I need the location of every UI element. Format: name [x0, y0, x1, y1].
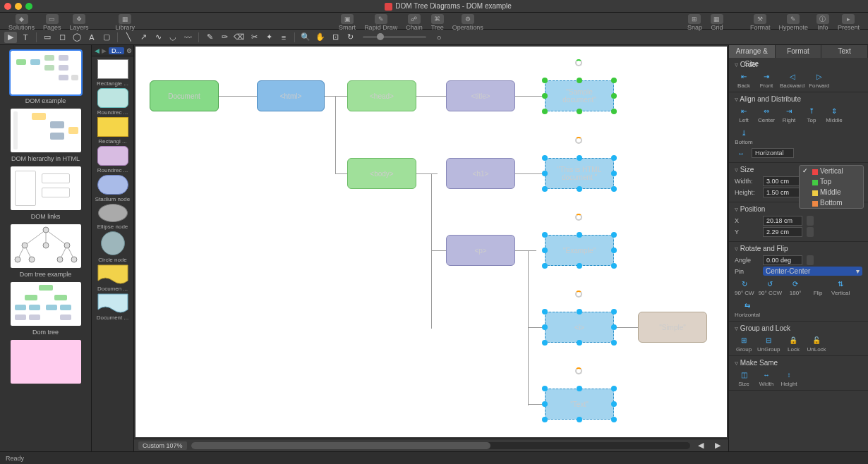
btn-back[interactable]: ⇤Back — [735, 71, 753, 89]
tb-pages[interactable]: ▭Pages — [40, 13, 64, 31]
btn-unlock[interactable]: 🔓UnLock — [807, 335, 826, 353]
btn-lock[interactable]: 🔒Lock — [784, 335, 802, 353]
btn-flip-v[interactable]: ⇅Vertical — [831, 279, 850, 296]
height-input[interactable]: 1.50 cm — [763, 188, 802, 197]
tb-chain[interactable]: ☍Chain — [403, 13, 426, 31]
tb-snap[interactable]: ⊞Snap — [685, 13, 705, 31]
lib-breadcrumb[interactable]: D... — [109, 47, 124, 54]
lib-item-2[interactable]: Rectangl ... — [95, 117, 131, 145]
btn-group[interactable]: ⊞Group — [735, 335, 753, 353]
dd-top[interactable]: Top — [800, 176, 863, 187]
lib-item-3[interactable]: Roundrec ... — [95, 146, 131, 173]
btn-same-width[interactable]: ↔Width — [757, 370, 776, 387]
page-thumb-2[interactable]: DOM links — [7, 166, 84, 220]
brush-tool[interactable]: ✎ — [203, 32, 216, 43]
tb-rapid[interactable]: ✎Rapid Draw — [361, 13, 400, 31]
btn-same-size[interactable]: ◫Size — [735, 370, 753, 387]
btn-align-left[interactable]: ⇤Left — [735, 106, 753, 123]
connector-tool[interactable]: ∿ — [152, 32, 164, 43]
tb-grid[interactable]: ▦Grid — [708, 13, 726, 31]
tb-present[interactable]: ▸Present — [835, 13, 862, 31]
rotate-tool[interactable]: ↻ — [344, 32, 356, 43]
lib-item-5[interactable]: Ellipse node — [95, 204, 131, 230]
lib-item-4[interactable]: Stadium node — [95, 175, 131, 202]
width-input[interactable]: 3.00 cm — [763, 176, 802, 186]
node-html[interactable]: <html> — [257, 80, 325, 111]
btn-align-bottom[interactable]: ⤓Bottom — [735, 128, 753, 145]
lib-item-1[interactable]: Roundrec ... — [95, 88, 131, 116]
node-text[interactable]: "Text" — [545, 389, 614, 420]
page-thumb-1[interactable]: DOM hierarchy in HTML — [7, 109, 84, 162]
canvas-hscroll[interactable] — [191, 442, 690, 449]
lib-menu-icon[interactable]: ⚙ — [126, 47, 132, 54]
line-tool[interactable]: ╲ — [122, 32, 135, 43]
tb-smart[interactable]: ▣Smart — [336, 13, 358, 31]
arc-tool[interactable]: ◡ — [167, 32, 179, 43]
minimize-icon[interactable] — [15, 3, 22, 10]
node-title[interactable]: <title> — [446, 80, 515, 111]
lib-item-0[interactable]: Rectangle ... — [95, 59, 131, 87]
zoom-thumb[interactable] — [377, 33, 384, 40]
zoom-tool[interactable]: 🔍 — [299, 32, 312, 43]
btn-flip-h[interactable]: ⇆Horizontal — [735, 300, 760, 318]
btn-align-middle[interactable]: ⇕Middle — [825, 106, 843, 123]
block-tool[interactable]: ▢ — [100, 32, 113, 43]
angle-input[interactable]: 0.00 deg — [763, 255, 802, 265]
tb-info[interactable]: ⓘInfo — [814, 13, 832, 31]
tb-layers[interactable]: ❖Layers — [67, 13, 92, 31]
tb-format[interactable]: ⚒Format — [747, 13, 773, 31]
tb-tree[interactable]: ⌘Tree — [428, 13, 447, 31]
maximize-icon[interactable] — [25, 3, 32, 10]
tb-solutions[interactable]: ◆Solutions — [6, 13, 37, 31]
dd-vertical[interactable]: Vertical — [800, 166, 863, 176]
zoom-label[interactable]: Custom 107% — [138, 441, 187, 450]
node-i[interactable]: <i> — [545, 312, 614, 343]
hand-tool[interactable]: ✋ — [314, 32, 327, 43]
spline-tool[interactable]: 〰 — [181, 32, 194, 43]
tb-hypernote[interactable]: ✎Hypernote — [776, 13, 811, 31]
node-example[interactable]: "Example" — [545, 235, 614, 266]
crop-tool[interactable]: ⊡ — [329, 32, 342, 43]
node-simple[interactable]: "Simple" — [638, 312, 707, 343]
tab-text[interactable]: Text — [821, 45, 868, 58]
btn-ungroup[interactable]: ⊟UnGroup — [757, 335, 780, 353]
btn-forward[interactable]: ▷Forward — [809, 71, 829, 89]
y-input[interactable]: 2.29 cm — [763, 227, 802, 237]
lib-item-8[interactable]: Document ... — [95, 293, 131, 321]
x-stepper[interactable] — [807, 216, 814, 226]
btn-180[interactable]: ⟳180° — [786, 279, 804, 296]
arrow-tool[interactable]: ↗ — [137, 32, 150, 43]
pin-select[interactable]: Center-Center▾ — [763, 267, 862, 276]
pen-tool[interactable]: ✑ — [218, 32, 231, 43]
node-sample-doc[interactable]: "Sample document" — [545, 80, 614, 111]
tab-format[interactable]: Format — [776, 45, 822, 58]
knife-tool[interactable]: ✂ — [248, 32, 260, 43]
lib-fwd-icon[interactable]: ▶ — [102, 47, 107, 54]
eraser-tool[interactable]: ⌫ — [233, 32, 246, 43]
align-tool[interactable]: ≡ — [277, 32, 290, 43]
btn-align-top[interactable]: ⤒Top — [802, 106, 821, 123]
page-thumb-5[interactable] — [7, 340, 84, 384]
btn-align-right[interactable]: ⇥Right — [780, 106, 798, 123]
lib-back-icon[interactable]: ◀ — [95, 47, 100, 54]
page-prev-icon[interactable]: ◀ — [694, 440, 707, 451]
y-stepper[interactable] — [807, 227, 814, 237]
x-input[interactable]: 20.18 cm — [763, 216, 802, 226]
zoom-reset[interactable]: ○ — [433, 32, 445, 43]
canvas[interactable]: Document <html> <head> <title> <body> <h… — [135, 47, 727, 437]
page-thumb-4[interactable]: Dom tree — [7, 282, 84, 336]
distribute-dropdown[interactable]: Vertical Top Middle Bottom — [799, 165, 864, 209]
btn-backward[interactable]: ◁Backward — [780, 71, 804, 89]
distribute-select[interactable]: Horizontal — [752, 148, 794, 158]
tab-arrange[interactable]: Arrange & Size — [729, 45, 776, 58]
wand-tool[interactable]: ✦ — [263, 32, 275, 43]
roundrect-tool[interactable]: ◻ — [56, 32, 68, 43]
tb-library[interactable]: ▦Library — [113, 13, 138, 31]
dd-middle[interactable]: Middle — [800, 187, 863, 197]
btn-90cw[interactable]: ↻90° CW — [735, 279, 754, 296]
node-body[interactable]: <body> — [347, 158, 416, 189]
node-p[interactable]: <p> — [446, 235, 515, 266]
lib-item-6[interactable]: Circle node — [95, 231, 131, 263]
lib-item-7[interactable]: Documen ... — [95, 264, 131, 292]
zoom-slider[interactable] — [363, 36, 426, 38]
